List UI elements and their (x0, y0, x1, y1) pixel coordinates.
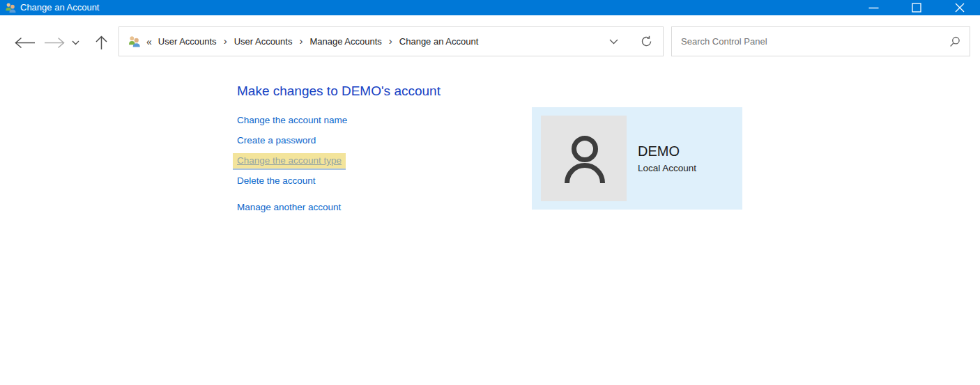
breadcrumb-overflow-chevron[interactable]: « (146, 36, 152, 47)
breadcrumb-separator-icon[interactable]: › (389, 35, 392, 47)
close-button[interactable] (938, 0, 980, 15)
breadcrumb-item-user-accounts-1[interactable]: User Accounts (158, 36, 217, 47)
person-silhouette-icon (541, 116, 627, 201)
link-label: Create a password (237, 135, 316, 146)
arrow-right-icon (43, 37, 66, 49)
maximize-icon (912, 3, 921, 13)
breadcrumb-item-manage-accounts[interactable]: Manage Accounts (309, 36, 381, 47)
link-label: Manage another account (237, 202, 341, 212)
breadcrumb-separator-icon[interactable]: › (224, 35, 227, 47)
breadcrumb-separator-icon[interactable]: › (299, 35, 303, 47)
window-title: Change an Account (20, 0, 99, 15)
arrow-left-icon (14, 37, 36, 49)
recent-locations-button[interactable] (70, 32, 81, 53)
link-change-account-name[interactable]: Change the account name (237, 115, 347, 125)
user-account-tile: DEMO Local Account (532, 107, 742, 210)
back-button[interactable] (12, 32, 38, 53)
close-icon (955, 3, 965, 13)
minimize-icon (868, 7, 879, 9)
link-manage-another-account[interactable]: Manage another account (237, 202, 341, 212)
minimize-button[interactable] (852, 0, 895, 15)
maximize-button[interactable] (895, 0, 938, 15)
user-accounts-icon (5, 2, 17, 13)
magnifier-icon (949, 36, 960, 47)
account-name: DEMO (638, 143, 680, 159)
search-input[interactable] (681, 36, 949, 47)
refresh-button[interactable] (641, 36, 652, 47)
link-delete-account[interactable]: Delete the account (237, 175, 316, 186)
address-dropdown-button[interactable] (609, 39, 618, 45)
address-bar: « User Accounts › User Accounts › Manage… (118, 26, 664, 56)
breadcrumb-item-user-accounts-2[interactable]: User Accounts (234, 36, 293, 47)
page-title: Make changes to DEMO's account (237, 84, 441, 99)
search-box (671, 26, 970, 56)
link-label: Change the account name (237, 115, 347, 125)
avatar (541, 116, 627, 201)
account-type: Local Account (638, 163, 696, 173)
link-create-password[interactable]: Create a password (237, 135, 316, 146)
link-label-highlighted: Change the account type (233, 153, 346, 168)
breadcrumb-item-change-an-account[interactable]: Change an Account (399, 36, 478, 47)
chevron-down-icon (72, 40, 79, 45)
search-button[interactable] (949, 36, 960, 47)
chevron-down-icon (609, 39, 618, 45)
up-button[interactable] (92, 32, 110, 53)
forward-button[interactable] (41, 32, 68, 53)
arrow-up-icon (95, 35, 108, 50)
titlebar: Change an Account (0, 0, 980, 15)
user-accounts-icon (128, 36, 141, 47)
link-change-account-type[interactable]: Change the account type (237, 155, 346, 166)
link-label: Delete the account (237, 175, 316, 186)
refresh-icon (641, 36, 652, 47)
